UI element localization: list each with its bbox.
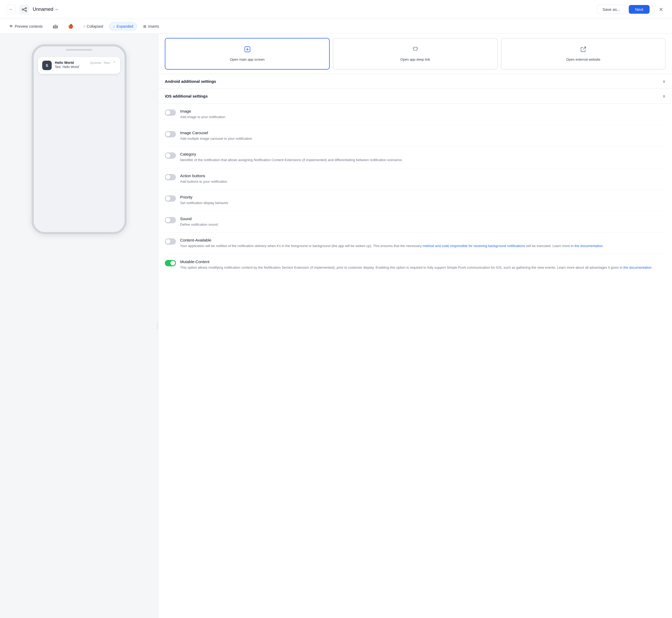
external-link-icon [580, 45, 587, 55]
phone-notch [66, 49, 92, 50]
phone-screen: S Hello World Synerise - Now Test `Hello… [34, 46, 124, 232]
svg-line-3 [23, 8, 25, 9]
setting-desc: Add multiple image carousel to your noti… [180, 136, 666, 141]
preview-panel: S Hello World Synerise - Now Test `Hello… [0, 34, 158, 618]
category-toggle[interactable] [165, 152, 176, 159]
setting-title: Category [180, 152, 666, 157]
eye-icon: 👁 [9, 24, 13, 28]
setting-content-content-available: Content-Available Your application will … [180, 238, 666, 248]
back-button[interactable]: ← [6, 5, 16, 14]
resize-dot [157, 327, 158, 328]
phone-mockup: S Hello World Synerise - Now Test `Hello… [32, 44, 126, 234]
notification-title: Hello World [55, 61, 74, 65]
flow-icon [19, 5, 29, 14]
resize-dot [157, 325, 158, 326]
setting-content-priority: Priority Set notification display behavi… [180, 195, 666, 206]
arrow-down-icon: ↓ [113, 24, 115, 28]
apple-icon: 🍎 [68, 24, 73, 29]
action-cards: Open main app screen Open app deep link [159, 34, 672, 74]
setting-desc: Set notification display behavior [180, 200, 666, 206]
action-card-open-main-app[interactable]: Open main app screen [165, 38, 330, 70]
setting-content-mutable-content: Mutable-Content This option allows modif… [180, 260, 666, 270]
chevron-up-icon: ∧ [663, 94, 666, 99]
setting-row-content-available: Content-Available Your application will … [165, 232, 666, 254]
avatar: S [42, 61, 52, 70]
svg-line-4 [23, 10, 25, 11]
setting-title: Image Carousel [180, 130, 666, 135]
chevron-down-icon: ∨ [663, 79, 666, 84]
android-section-label: Android additional settings [165, 79, 216, 84]
resize-dot [157, 323, 158, 324]
documentation-link-2[interactable]: in the documentation [620, 266, 652, 270]
setting-row-mutable-content: Mutable-Content This option allows modif… [165, 254, 666, 276]
setting-row-priority: Priority Set notification display behavi… [165, 190, 666, 211]
setting-desc: Add image to your notification [180, 114, 666, 120]
action-card-open-external-website[interactable]: Open external website [501, 38, 666, 70]
action-card-label: Open main app screen [230, 57, 265, 62]
action-buttons-toggle[interactable] [165, 174, 176, 180]
setting-desc: This option allows modifying notificatio… [180, 265, 666, 270]
setting-title: Action buttons [180, 174, 666, 178]
setting-content-image-carousel: Image Carousel Add multiple image carous… [180, 130, 666, 141]
setting-title: Content-Available [180, 238, 666, 242]
setting-desc: Define notification sound [180, 222, 666, 227]
setting-row-category: Category Identifier of the notification … [165, 146, 666, 168]
expanded-button[interactable]: ↓ Expanded [109, 22, 137, 30]
setting-desc: Identifier of the notification that allo… [180, 158, 666, 163]
sound-toggle[interactable] [165, 217, 176, 223]
setting-title: Sound [180, 216, 666, 221]
android-settings-header[interactable]: Android additional settings ∨ [159, 74, 672, 89]
notification-content: Hello World Synerise - Now Test `Hello W… [55, 61, 110, 69]
ios-settings-section: Image Add image to your notification Ima… [159, 104, 672, 275]
setting-desc: Add buttons to your notification [180, 179, 666, 184]
svg-point-2 [25, 10, 27, 11]
chevron-up-icon: ⌃ [113, 61, 116, 65]
android-preview-button[interactable]: 🤖 [49, 22, 62, 30]
setting-content-category: Category Identifier of the notification … [180, 152, 666, 163]
ios-settings-header[interactable]: iOS additional settings ∧ [159, 89, 672, 104]
ios-preview-button[interactable]: 🍎 [64, 22, 77, 30]
settings-panel: Open main app screen Open app deep link [158, 34, 672, 618]
divider [653, 5, 653, 14]
setting-desc: Your application will be notified of the… [180, 243, 666, 248]
collapsed-button[interactable]: ↑ Collapsed [79, 22, 107, 30]
action-card-label: Open app deep link [400, 57, 430, 62]
setting-row-image: Image Add image to your notification [165, 104, 666, 125]
action-card-label: Open external website [566, 57, 600, 62]
setting-row-action-buttons: Action buttons Add buttons to your notif… [165, 168, 666, 190]
bg-notifications-link[interactable]: method and code responsible for receivin… [423, 244, 525, 248]
inserts-button[interactable]: ⊞ Inserts [139, 22, 163, 30]
cursor-icon [244, 45, 251, 55]
arrow-up-icon: ↑ [83, 24, 85, 28]
inserts-icon: ⊞ [143, 24, 147, 28]
resize-handle[interactable] [156, 34, 158, 618]
setting-content-action-buttons: Action buttons Add buttons to your notif… [180, 174, 666, 184]
close-button[interactable]: ✕ [656, 5, 666, 14]
content-available-toggle[interactable] [165, 238, 176, 245]
next-button[interactable]: Next [629, 5, 650, 14]
setting-title: Mutable-Content [180, 260, 666, 264]
toolbar: 👁 Preview contexts 🤖 🍎 ↑ Collapsed ↓ Exp… [0, 19, 672, 34]
page-title: Unnamed [33, 7, 53, 12]
setting-row-sound: Sound Define notification sound [165, 211, 666, 233]
image-toggle[interactable] [165, 109, 176, 116]
topbar: ← Unnamed ✏ Save as... Next ✕ [0, 0, 672, 19]
notification-source: Synerise - Now [90, 61, 110, 64]
priority-toggle[interactable] [165, 195, 176, 202]
setting-title: Priority [180, 195, 666, 199]
action-card-open-deep-link[interactable]: Open app deep link [333, 38, 498, 70]
edit-icon[interactable]: ✏ [56, 7, 59, 12]
svg-point-0 [22, 9, 23, 10]
main-layout: S Hello World Synerise - Now Test `Hello… [0, 34, 672, 618]
mutable-content-toggle[interactable] [165, 260, 176, 266]
shirt-icon [412, 45, 419, 55]
save-button[interactable]: Save as... [597, 5, 626, 14]
notification-card: S Hello World Synerise - Now Test `Hello… [38, 57, 120, 74]
setting-title: Image [180, 109, 666, 113]
preview-contexts-button[interactable]: 👁 Preview contexts [5, 22, 47, 30]
setting-row-image-carousel: Image Carousel Add multiple image carous… [165, 125, 666, 147]
documentation-link-1[interactable]: in the documentation [571, 244, 603, 248]
setting-content-sound: Sound Define notification sound [180, 216, 666, 227]
svg-point-1 [25, 7, 27, 9]
image-carousel-toggle[interactable] [165, 131, 176, 137]
